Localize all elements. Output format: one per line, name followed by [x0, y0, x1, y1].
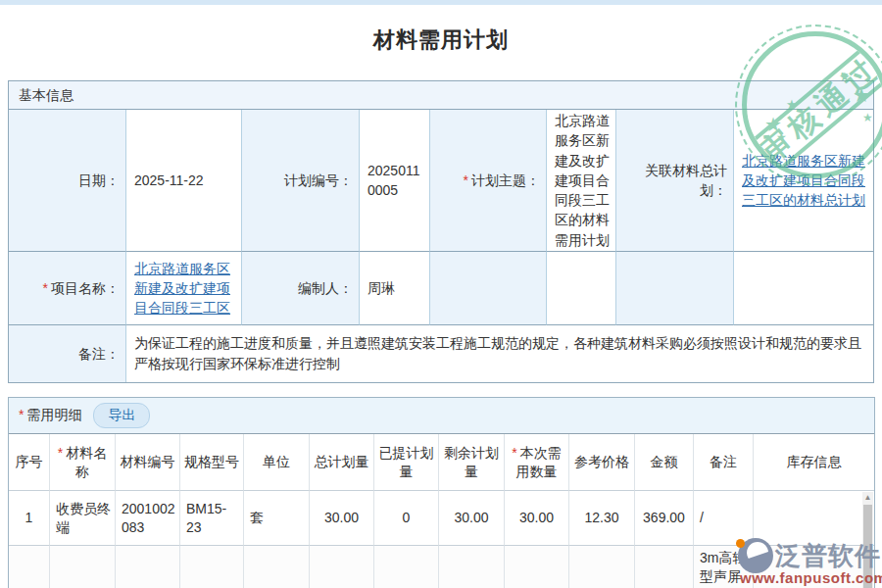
required-asterisk: *	[43, 280, 48, 296]
table-row-cell	[116, 546, 180, 588]
project-link[interactable]: 北京路道服务区新建及改扩建项目合同段三工区	[134, 259, 235, 318]
col-seq: 序号	[9, 434, 50, 491]
table-row-cell: 30.00	[310, 491, 374, 546]
empty-cell	[734, 252, 873, 325]
table-row-cell: 0	[374, 491, 439, 546]
vendor-watermark: 泛普软件 www.fanpusoft.com	[738, 538, 882, 586]
top-accent-strip	[0, 0, 882, 5]
page-title: 材料需用计划	[0, 25, 882, 55]
empty-cell	[430, 252, 547, 325]
empty-cell	[547, 252, 616, 325]
fanpu-logo-icon	[738, 538, 773, 573]
col-submitted: 已提计划量	[374, 434, 439, 491]
basic-info-table: 日期： 2025-11-22 计划编号： 20250110005 *计划主题： …	[9, 110, 873, 382]
table-row-cell	[439, 546, 505, 588]
date-value: 2025-11-22	[126, 110, 242, 252]
required-asterisk: *	[512, 445, 516, 461]
required-asterisk: *	[58, 445, 63, 461]
table-row-cell: 30.00	[439, 491, 505, 546]
table-row-cell: 30.00	[505, 491, 569, 546]
remark-value: 为保证工程的施工进度和质量，并且遵照建筑安装工程施工规范的规定，各种建筑材料采购…	[126, 325, 873, 382]
basic-info-panel: 基本信息 日期： 2025-11-22 计划编号： 20250110005 *计…	[8, 80, 874, 383]
col-material-name: *材料名称	[50, 434, 116, 491]
col-unit: 单位	[244, 434, 310, 491]
logo-orange-dot	[736, 539, 745, 548]
watermark-brand: 泛普软件	[775, 539, 881, 573]
plan-no-value: 20250110005	[360, 110, 430, 252]
table-row-cell: 2001002083	[116, 491, 180, 546]
required-asterisk: *	[464, 172, 468, 188]
table-row-cell	[505, 546, 569, 588]
related-plan-value: 北京路道服务区新建及改扩建项目合同段三工区的材料总计划	[734, 110, 873, 252]
project-value: 北京路道服务区新建及改扩建项目合同段三工区	[126, 252, 242, 325]
related-plan-label: 关联材料总计划：	[616, 110, 734, 252]
table-row-cell: 12.30	[569, 491, 635, 546]
project-label: *项目名称：	[9, 252, 126, 325]
detail-section-title: 需用明细	[26, 407, 81, 422]
table-row-cell	[180, 546, 244, 588]
required-asterisk: *	[19, 407, 24, 422]
table-row-cell	[569, 546, 635, 588]
col-current-need: *本次需用数量	[505, 434, 569, 491]
table-row-cell	[50, 546, 116, 588]
col-remaining: 剩余计划量	[439, 434, 505, 491]
remark-label: 备注：	[9, 325, 126, 382]
compiler-value: 周琳	[360, 252, 430, 325]
scroll-up-icon[interactable]: ▲	[862, 492, 873, 504]
basic-info-section-title: 基本信息	[9, 81, 873, 110]
table-row-cell	[9, 546, 50, 588]
col-total-plan: 总计划量	[310, 434, 374, 491]
plan-no-label: 计划编号：	[242, 110, 360, 252]
table-row-cell	[374, 546, 439, 588]
table-row-cell	[310, 546, 374, 588]
table-row-cell	[244, 546, 310, 588]
table-row-cell: 1	[9, 491, 50, 546]
col-amount: 金额	[635, 434, 694, 491]
table-row-cell: 收费员终端	[50, 491, 116, 546]
table-row-cell: 套	[244, 491, 310, 546]
col-ref-price: 参考价格	[569, 434, 635, 491]
table-row-cell: BM15-23	[180, 491, 244, 546]
table-row-cell: 369.00	[635, 491, 694, 546]
topic-value: 北京路道服务区新建及改扩建项目合同段三工区的材料需用计划	[547, 110, 616, 252]
date-label: 日期：	[9, 110, 126, 252]
detail-section-bar: *需用明细 导出	[9, 398, 874, 434]
export-button[interactable]: 导出	[93, 403, 150, 428]
table-row-cell	[635, 546, 694, 588]
topic-label: *计划主题：	[430, 110, 547, 252]
compiler-label: 编制人：	[242, 252, 360, 325]
empty-cell	[616, 252, 734, 325]
col-material-code: 材料编号	[116, 434, 180, 491]
col-spec: 规格型号	[180, 434, 244, 491]
col-remark: 备注	[694, 434, 754, 491]
related-plan-link[interactable]: 北京路道服务区新建及改扩建项目合同段三工区的材料总计划	[742, 151, 867, 211]
col-stock-info: 库存信息	[754, 434, 874, 491]
